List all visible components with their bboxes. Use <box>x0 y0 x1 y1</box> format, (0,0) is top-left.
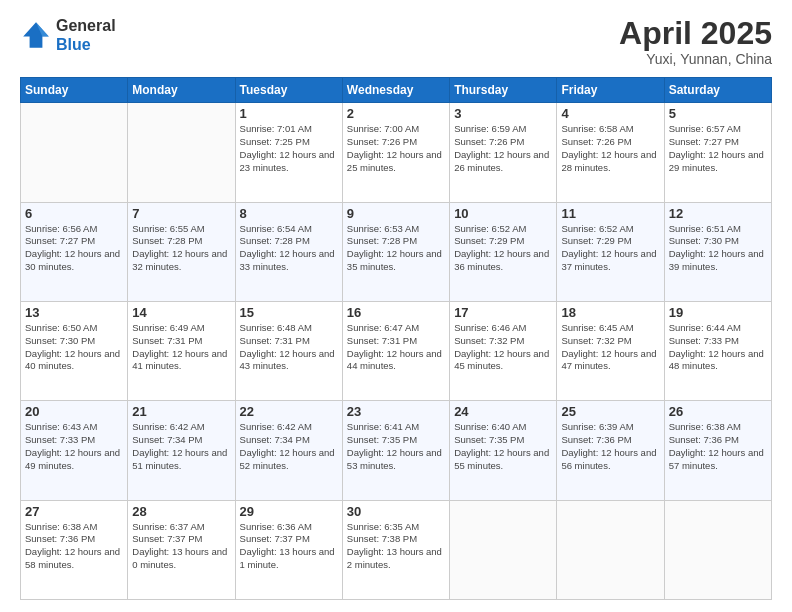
day-number: 19 <box>669 305 767 320</box>
day-info: Sunrise: 6:47 AM Sunset: 7:31 PM Dayligh… <box>347 322 445 373</box>
col-header-thursday: Thursday <box>450 78 557 103</box>
day-info: Sunrise: 7:01 AM Sunset: 7:25 PM Dayligh… <box>240 123 338 174</box>
day-number: 15 <box>240 305 338 320</box>
day-cell: 12Sunrise: 6:51 AM Sunset: 7:30 PM Dayli… <box>664 202 771 301</box>
day-cell: 28Sunrise: 6:37 AM Sunset: 7:37 PM Dayli… <box>128 500 235 599</box>
day-cell <box>128 103 235 202</box>
page: General Blue April 2025 Yuxi, Yunnan, Ch… <box>0 0 792 612</box>
week-row-2: 6Sunrise: 6:56 AM Sunset: 7:27 PM Daylig… <box>21 202 772 301</box>
day-cell <box>557 500 664 599</box>
header: General Blue April 2025 Yuxi, Yunnan, Ch… <box>20 16 772 67</box>
day-number: 11 <box>561 206 659 221</box>
day-number: 12 <box>669 206 767 221</box>
day-number: 7 <box>132 206 230 221</box>
logo-general: General <box>56 16 116 35</box>
day-cell: 15Sunrise: 6:48 AM Sunset: 7:31 PM Dayli… <box>235 301 342 400</box>
day-number: 13 <box>25 305 123 320</box>
day-cell: 18Sunrise: 6:45 AM Sunset: 7:32 PM Dayli… <box>557 301 664 400</box>
day-cell: 30Sunrise: 6:35 AM Sunset: 7:38 PM Dayli… <box>342 500 449 599</box>
day-number: 10 <box>454 206 552 221</box>
col-header-sunday: Sunday <box>21 78 128 103</box>
day-cell: 23Sunrise: 6:41 AM Sunset: 7:35 PM Dayli… <box>342 401 449 500</box>
day-cell: 25Sunrise: 6:39 AM Sunset: 7:36 PM Dayli… <box>557 401 664 500</box>
week-row-3: 13Sunrise: 6:50 AM Sunset: 7:30 PM Dayli… <box>21 301 772 400</box>
day-number: 23 <box>347 404 445 419</box>
day-number: 14 <box>132 305 230 320</box>
day-info: Sunrise: 6:57 AM Sunset: 7:27 PM Dayligh… <box>669 123 767 174</box>
day-number: 21 <box>132 404 230 419</box>
col-header-tuesday: Tuesday <box>235 78 342 103</box>
day-number: 17 <box>454 305 552 320</box>
day-info: Sunrise: 6:41 AM Sunset: 7:35 PM Dayligh… <box>347 421 445 472</box>
day-info: Sunrise: 6:43 AM Sunset: 7:33 PM Dayligh… <box>25 421 123 472</box>
day-cell: 8Sunrise: 6:54 AM Sunset: 7:28 PM Daylig… <box>235 202 342 301</box>
day-cell: 1Sunrise: 7:01 AM Sunset: 7:25 PM Daylig… <box>235 103 342 202</box>
day-number: 22 <box>240 404 338 419</box>
day-cell: 14Sunrise: 6:49 AM Sunset: 7:31 PM Dayli… <box>128 301 235 400</box>
week-row-5: 27Sunrise: 6:38 AM Sunset: 7:36 PM Dayli… <box>21 500 772 599</box>
day-cell: 27Sunrise: 6:38 AM Sunset: 7:36 PM Dayli… <box>21 500 128 599</box>
day-number: 18 <box>561 305 659 320</box>
day-info: Sunrise: 6:48 AM Sunset: 7:31 PM Dayligh… <box>240 322 338 373</box>
day-number: 6 <box>25 206 123 221</box>
day-info: Sunrise: 6:52 AM Sunset: 7:29 PM Dayligh… <box>561 223 659 274</box>
col-header-saturday: Saturday <box>664 78 771 103</box>
day-number: 27 <box>25 504 123 519</box>
day-info: Sunrise: 6:37 AM Sunset: 7:37 PM Dayligh… <box>132 521 230 572</box>
calendar-table: SundayMondayTuesdayWednesdayThursdayFrid… <box>20 77 772 600</box>
day-cell: 11Sunrise: 6:52 AM Sunset: 7:29 PM Dayli… <box>557 202 664 301</box>
day-info: Sunrise: 6:38 AM Sunset: 7:36 PM Dayligh… <box>669 421 767 472</box>
day-info: Sunrise: 6:39 AM Sunset: 7:36 PM Dayligh… <box>561 421 659 472</box>
day-cell <box>21 103 128 202</box>
day-number: 28 <box>132 504 230 519</box>
day-cell: 16Sunrise: 6:47 AM Sunset: 7:31 PM Dayli… <box>342 301 449 400</box>
day-info: Sunrise: 6:40 AM Sunset: 7:35 PM Dayligh… <box>454 421 552 472</box>
day-cell: 26Sunrise: 6:38 AM Sunset: 7:36 PM Dayli… <box>664 401 771 500</box>
day-number: 8 <box>240 206 338 221</box>
day-info: Sunrise: 6:53 AM Sunset: 7:28 PM Dayligh… <box>347 223 445 274</box>
day-number: 1 <box>240 106 338 121</box>
day-cell: 29Sunrise: 6:36 AM Sunset: 7:37 PM Dayli… <box>235 500 342 599</box>
title-month: April 2025 <box>619 16 772 51</box>
day-info: Sunrise: 6:59 AM Sunset: 7:26 PM Dayligh… <box>454 123 552 174</box>
day-info: Sunrise: 6:44 AM Sunset: 7:33 PM Dayligh… <box>669 322 767 373</box>
day-info: Sunrise: 6:45 AM Sunset: 7:32 PM Dayligh… <box>561 322 659 373</box>
day-number: 16 <box>347 305 445 320</box>
day-cell: 3Sunrise: 6:59 AM Sunset: 7:26 PM Daylig… <box>450 103 557 202</box>
day-info: Sunrise: 6:51 AM Sunset: 7:30 PM Dayligh… <box>669 223 767 274</box>
week-row-1: 1Sunrise: 7:01 AM Sunset: 7:25 PM Daylig… <box>21 103 772 202</box>
day-cell: 17Sunrise: 6:46 AM Sunset: 7:32 PM Dayli… <box>450 301 557 400</box>
day-cell: 21Sunrise: 6:42 AM Sunset: 7:34 PM Dayli… <box>128 401 235 500</box>
day-cell: 9Sunrise: 6:53 AM Sunset: 7:28 PM Daylig… <box>342 202 449 301</box>
week-row-4: 20Sunrise: 6:43 AM Sunset: 7:33 PM Dayli… <box>21 401 772 500</box>
day-number: 30 <box>347 504 445 519</box>
day-number: 9 <box>347 206 445 221</box>
day-cell: 10Sunrise: 6:52 AM Sunset: 7:29 PM Dayli… <box>450 202 557 301</box>
day-info: Sunrise: 6:46 AM Sunset: 7:32 PM Dayligh… <box>454 322 552 373</box>
day-number: 24 <box>454 404 552 419</box>
logo-blue: Blue <box>56 35 116 54</box>
day-info: Sunrise: 6:54 AM Sunset: 7:28 PM Dayligh… <box>240 223 338 274</box>
day-info: Sunrise: 6:55 AM Sunset: 7:28 PM Dayligh… <box>132 223 230 274</box>
col-header-monday: Monday <box>128 78 235 103</box>
day-cell: 5Sunrise: 6:57 AM Sunset: 7:27 PM Daylig… <box>664 103 771 202</box>
day-info: Sunrise: 6:42 AM Sunset: 7:34 PM Dayligh… <box>132 421 230 472</box>
day-number: 20 <box>25 404 123 419</box>
col-header-wednesday: Wednesday <box>342 78 449 103</box>
day-cell: 22Sunrise: 6:42 AM Sunset: 7:34 PM Dayli… <box>235 401 342 500</box>
day-number: 25 <box>561 404 659 419</box>
day-cell: 4Sunrise: 6:58 AM Sunset: 7:26 PM Daylig… <box>557 103 664 202</box>
logo-icon <box>20 19 52 51</box>
logo-text: General Blue <box>56 16 116 54</box>
day-number: 29 <box>240 504 338 519</box>
day-cell: 7Sunrise: 6:55 AM Sunset: 7:28 PM Daylig… <box>128 202 235 301</box>
day-info: Sunrise: 6:42 AM Sunset: 7:34 PM Dayligh… <box>240 421 338 472</box>
day-info: Sunrise: 6:36 AM Sunset: 7:37 PM Dayligh… <box>240 521 338 572</box>
day-number: 2 <box>347 106 445 121</box>
day-info: Sunrise: 7:00 AM Sunset: 7:26 PM Dayligh… <box>347 123 445 174</box>
day-cell: 24Sunrise: 6:40 AM Sunset: 7:35 PM Dayli… <box>450 401 557 500</box>
col-header-friday: Friday <box>557 78 664 103</box>
day-cell: 20Sunrise: 6:43 AM Sunset: 7:33 PM Dayli… <box>21 401 128 500</box>
title-location: Yuxi, Yunnan, China <box>619 51 772 67</box>
day-cell <box>450 500 557 599</box>
